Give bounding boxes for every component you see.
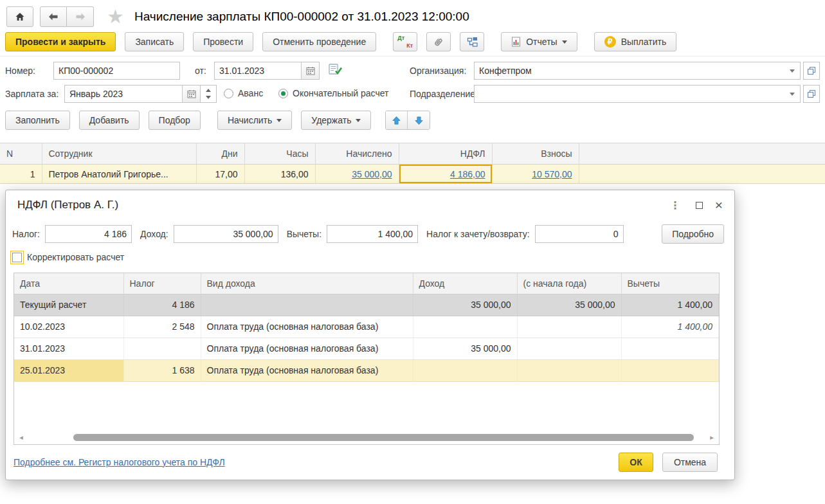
- col-header-n[interactable]: N: [0, 143, 42, 165]
- department-open-button[interactable]: [803, 85, 820, 103]
- ytd-income-cell[interactable]: 35 000,00: [517, 294, 621, 316]
- close-icon[interactable]: ×: [714, 199, 724, 212]
- attachments-button[interactable]: [426, 32, 451, 51]
- employee-row[interactable]: 1 Петров Анатолий Григорье... 17,00 136,…: [0, 165, 825, 184]
- income-cell[interactable]: 35 000,00: [413, 338, 517, 359]
- advance-radio[interactable]: Аванс: [224, 88, 263, 98]
- employee-name-cell[interactable]: Петров Анатолий Григорье...: [42, 165, 196, 184]
- scrollbar-track[interactable]: [26, 434, 707, 441]
- fill-button[interactable]: Заполнить: [5, 111, 70, 130]
- date-cell[interactable]: 31.01.2023: [14, 338, 123, 359]
- accrued-link[interactable]: 35 000,00: [352, 169, 392, 179]
- final-settlement-radio[interactable]: Окончательный расчет: [278, 88, 388, 98]
- home-button[interactable]: [6, 6, 33, 27]
- ndfl-link[interactable]: 4 186,00: [450, 169, 485, 179]
- date-cell[interactable]: 25.01.2023: [14, 359, 123, 381]
- contributions-link[interactable]: 10 570,00: [532, 169, 572, 179]
- income-type-cell[interactable]: Оплата труда (основная налоговая база): [201, 316, 413, 338]
- date-input[interactable]: [215, 62, 301, 79]
- post-button[interactable]: Провести: [193, 32, 253, 51]
- row-number-cell[interactable]: 1: [0, 165, 42, 184]
- cancel-posting-button[interactable]: Отменить проведение: [262, 32, 376, 51]
- table-row-current-calculation[interactable]: Текущий расчет 4 186 35 000,00 35 000,00…: [14, 294, 719, 316]
- income-input[interactable]: [174, 226, 278, 242]
- forward-button[interactable]: [67, 6, 94, 27]
- spinner-down-icon[interactable]: [200, 94, 216, 102]
- col-header-employee[interactable]: Сотрудник: [42, 143, 196, 165]
- ytd-income-cell[interactable]: [517, 359, 621, 381]
- scrollbar-thumb[interactable]: [73, 434, 694, 441]
- col-header-date[interactable]: Дата: [14, 273, 123, 294]
- table-row[interactable]: 10.02.2023 2 548 Оплата труда (основная …: [14, 316, 719, 338]
- col-header-days[interactable]: Дни: [196, 143, 244, 165]
- cancel-button[interactable]: Отмена: [662, 453, 718, 472]
- tax-offset-input[interactable]: [536, 226, 623, 242]
- contributions-cell[interactable]: 10 570,00: [492, 165, 579, 184]
- spinner-up-icon[interactable]: [200, 86, 216, 94]
- ndfl-register-link[interactable]: Подробнее см. Регистр налогового учета п…: [14, 457, 225, 467]
- pay-button[interactable]: ₽ Выплатить: [594, 32, 677, 51]
- date-cell[interactable]: 10.02.2023: [14, 316, 123, 338]
- move-up-button[interactable]: [386, 111, 408, 129]
- add-button[interactable]: Добавить: [79, 111, 140, 130]
- income-type-cell[interactable]: [201, 294, 413, 316]
- horizontal-scrollbar[interactable]: ◂ ▸: [17, 433, 716, 442]
- scroll-left-icon[interactable]: ◂: [17, 433, 26, 442]
- checkbox-icon[interactable]: [12, 253, 22, 262]
- deductions-cell[interactable]: 1 400,00: [621, 294, 719, 316]
- hours-cell[interactable]: 136,00: [244, 165, 315, 184]
- tax-cell[interactable]: 1 638: [123, 359, 201, 381]
- col-header-ytd[interactable]: (с начала года): [517, 273, 621, 294]
- accrue-button[interactable]: Начислить: [217, 111, 292, 130]
- accrued-cell[interactable]: 35 000,00: [315, 165, 399, 184]
- income-cell[interactable]: 35 000,00: [413, 294, 517, 316]
- organization-input[interactable]: [475, 62, 788, 79]
- deductions-cell[interactable]: [621, 359, 719, 381]
- back-button[interactable]: [40, 6, 67, 27]
- document-structure-button[interactable]: [460, 32, 484, 51]
- details-button[interactable]: Подробно: [662, 224, 724, 244]
- table-row[interactable]: 31.01.2023 Оплата труда (основная налого…: [14, 338, 719, 359]
- adjust-calculation-checkbox-row[interactable]: Корректировать расчет: [12, 252, 124, 262]
- withhold-button[interactable]: Удержать: [301, 111, 371, 130]
- organization-open-button[interactable]: [803, 62, 820, 80]
- number-input[interactable]: [54, 62, 179, 79]
- col-header-deductions[interactable]: Вычеты: [621, 273, 719, 294]
- col-header-income-type[interactable]: Вид дохода: [201, 273, 413, 294]
- col-header-hours[interactable]: Часы: [244, 143, 315, 165]
- income-type-cell[interactable]: Оплата труда (основная налоговая база): [201, 338, 413, 359]
- maximize-icon[interactable]: [696, 202, 703, 209]
- period-spinner[interactable]: [200, 85, 217, 103]
- move-down-button[interactable]: [408, 111, 430, 129]
- deductions-cell[interactable]: [621, 338, 719, 359]
- department-input[interactable]: [475, 86, 788, 102]
- department-dropdown-icon[interactable]: [790, 93, 795, 98]
- post-and-close-button[interactable]: Провести и закрыть: [5, 32, 116, 51]
- income-cell[interactable]: [413, 359, 517, 381]
- tax-input[interactable]: [46, 226, 131, 242]
- organization-dropdown-icon[interactable]: [790, 69, 795, 75]
- col-header-accrued[interactable]: Начислено: [315, 143, 399, 165]
- deductions-cell[interactable]: 1 400,00: [621, 316, 719, 338]
- tax-cell[interactable]: 4 186: [123, 294, 201, 316]
- col-header-income[interactable]: Доход: [413, 273, 517, 294]
- calendar-button[interactable]: [301, 62, 319, 79]
- ytd-income-cell[interactable]: [517, 338, 621, 359]
- tax-cell[interactable]: 2 548: [123, 316, 201, 338]
- more-actions-icon[interactable]: ⋮: [666, 199, 685, 212]
- table-row-selected[interactable]: 25.01.2023 1 638 Оплата труда (основная …: [14, 359, 719, 381]
- ytd-income-cell[interactable]: [517, 316, 621, 338]
- income-cell[interactable]: [413, 316, 517, 338]
- pick-button[interactable]: Подбор: [149, 111, 201, 130]
- ok-button[interactable]: ОК: [619, 453, 653, 472]
- date-cell[interactable]: Текущий расчет: [14, 294, 123, 316]
- deductions-input[interactable]: [327, 226, 417, 242]
- col-header-contributions[interactable]: Взносы: [492, 143, 579, 165]
- favorite-star-icon[interactable]: ★: [107, 7, 124, 26]
- debit-credit-button[interactable]: ДтКт: [393, 32, 417, 51]
- ndfl-cell[interactable]: 4 186,00: [399, 165, 492, 184]
- col-header-ndfl[interactable]: НДФЛ: [399, 143, 492, 165]
- days-cell[interactable]: 17,00: [196, 165, 244, 184]
- tax-cell[interactable]: [123, 338, 201, 359]
- scroll-right-icon[interactable]: ▸: [707, 433, 716, 442]
